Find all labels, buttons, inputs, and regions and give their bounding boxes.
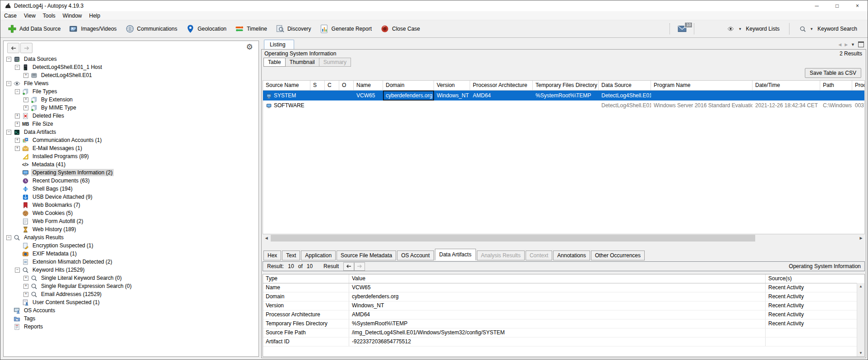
forward-button[interactable] xyxy=(20,43,32,53)
toolbar-timeline[interactable]: Timeline xyxy=(231,22,271,36)
cell-type[interactable]: Artifact ID xyxy=(263,337,349,346)
cell-value[interactable]: Windows_NT xyxy=(349,301,766,310)
expand-icon[interactable]: + xyxy=(15,146,20,151)
messages-button[interactable]: 10 xyxy=(674,23,691,34)
tree-item-shell-bags-194[interactable]: Shell Bags (194) xyxy=(4,185,259,193)
tree-item-usb-device-attached-9[interactable]: USB Device Attached (9) xyxy=(4,193,259,201)
scroll-left-icon[interactable]: ◀ xyxy=(263,234,270,242)
scroll-tabs-left-icon[interactable]: ◀ xyxy=(838,42,841,47)
cell-product[interactable]: 00378 xyxy=(852,100,865,110)
column-header-c[interactable]: C xyxy=(325,81,339,90)
cell-o[interactable] xyxy=(339,91,354,100)
cell-value[interactable]: AMD64 xyxy=(349,310,766,319)
tree-item-user-content-suspected-1[interactable]: User Content Suspected (1) xyxy=(4,298,259,306)
tree-item-exif-metadata-1[interactable]: EXIF Metadata (1) xyxy=(4,250,259,258)
minimize-button[interactable]: ─ xyxy=(807,0,827,11)
collapse-icon[interactable]: − xyxy=(15,89,20,94)
cell-product[interactable] xyxy=(852,91,865,100)
cell-source[interactable] xyxy=(766,337,864,346)
scroll-up-icon[interactable]: ▲ xyxy=(857,283,864,290)
tree-item-by-mime-type[interactable]: +By MIME Type xyxy=(4,104,259,112)
collapse-icon[interactable]: − xyxy=(15,65,20,70)
next-result-button[interactable] xyxy=(354,262,365,271)
expand-icon[interactable]: + xyxy=(23,105,28,110)
cell-type[interactable]: Domain xyxy=(263,292,349,301)
tree-item-keyword-hits-12529[interactable]: −Keyword Hits (12529) xyxy=(4,266,259,274)
toolbar-discovery[interactable]: Discovery xyxy=(271,22,315,36)
cell-s[interactable] xyxy=(310,91,325,100)
tab-os-account[interactable]: OS Account xyxy=(397,251,434,260)
artifact-row-domain[interactable]: Domaincyberdefenders.orgRecent Activity xyxy=(263,292,864,301)
cell-path[interactable]: C:\Windows xyxy=(820,100,852,110)
tree-item-file-views[interactable]: −File Views xyxy=(4,79,259,87)
back-button[interactable] xyxy=(7,43,19,53)
cell-value[interactable]: %SystemRoot%\TEMP xyxy=(349,319,766,328)
artifact-row-artifact-id[interactable]: Artifact ID-9223372036854775512 xyxy=(263,337,864,346)
column-header-type[interactable]: Type xyxy=(263,274,349,283)
tree-item-by-extension[interactable]: +By Extension xyxy=(4,96,259,104)
cell-program[interactable] xyxy=(651,91,753,100)
tree-item-single-regular-expression-search-0[interactable]: +Single Regular Expression Search (0) xyxy=(4,282,259,290)
column-header-domain[interactable]: Domain xyxy=(383,81,434,90)
tree-item-tags[interactable]: Tags xyxy=(4,314,259,323)
expand-icon[interactable]: + xyxy=(23,73,28,78)
maximize-button[interactable]: □ xyxy=(827,0,847,11)
cell-version[interactable]: Windows_NT xyxy=(434,91,470,100)
menu-tools[interactable]: Tools xyxy=(39,12,59,20)
tree-item-web-history-189[interactable]: Web History (189) xyxy=(4,225,259,233)
cell-source[interactable]: Recent Activity xyxy=(766,283,864,292)
cell-type[interactable]: Name xyxy=(263,283,349,292)
tree-item-data-sources[interactable]: −Data Sources xyxy=(4,55,259,63)
previous-result-button[interactable] xyxy=(343,262,354,271)
tab-hex[interactable]: Hex xyxy=(263,251,281,260)
cell-c[interactable] xyxy=(325,91,339,100)
cell-type[interactable]: Source File Path xyxy=(263,328,349,337)
artifact-row-version[interactable]: VersionWindows_NTRecent Activity xyxy=(263,301,864,310)
save-table-csv-button[interactable]: Save Table as CSV xyxy=(805,68,861,78)
cell-value[interactable]: -9223372036854775512 xyxy=(349,337,766,346)
artifact-row-source-file-path[interactable]: Source File Path/img_DetectLog4Shell.E01… xyxy=(263,328,864,337)
close-button[interactable]: × xyxy=(847,0,868,11)
artifact-row-temporary-files-directory[interactable]: Temporary Files Directory%SystemRoot%\TE… xyxy=(263,319,864,328)
tab-listing[interactable]: Listing xyxy=(264,40,294,49)
scroll-right-icon[interactable]: ▶ xyxy=(857,234,865,242)
cell-c[interactable] xyxy=(325,100,339,110)
cell-value[interactable]: VCW65 xyxy=(349,283,766,292)
tree-item-metadata-41[interactable]: </>Metadata (41) xyxy=(4,160,259,169)
column-header-program-name[interactable]: Program Name xyxy=(651,81,753,90)
column-header-path[interactable]: Path xyxy=(820,81,852,90)
vertical-scrollbar[interactable]: ▲ ▼ xyxy=(857,283,864,356)
cell-datetime[interactable] xyxy=(753,91,820,100)
tree-item-file-types[interactable]: −File Types xyxy=(4,87,259,96)
tab-other-occurrences[interactable]: Other Occurrences xyxy=(591,251,645,260)
tab-source-file-metadata[interactable]: Source File Metadata xyxy=(337,251,396,260)
column-header-source-s[interactable]: Source(s) xyxy=(766,274,864,283)
horizontal-scrollbar[interactable]: ◀ ▶ xyxy=(263,234,865,242)
cell-arch[interactable]: AMD64 xyxy=(470,91,533,100)
scrollbar-thumb[interactable] xyxy=(271,235,755,242)
collapse-icon[interactable]: − xyxy=(6,57,11,62)
toolbar-communications[interactable]: Communications xyxy=(121,22,181,36)
toolbar-images-videos[interactable]: Images/Videos xyxy=(65,22,120,36)
menu-case[interactable]: Case xyxy=(0,12,20,20)
tab-text[interactable]: Text xyxy=(282,251,300,260)
expand-icon[interactable]: + xyxy=(23,276,28,281)
cell-type[interactable]: Temporary Files Directory xyxy=(263,319,349,328)
cell-type[interactable]: Version xyxy=(263,301,349,310)
artifact-row-processor-architecture[interactable]: Processor ArchitectureAMD64Recent Activi… xyxy=(263,310,864,319)
tree-item-detectlog4shell-e01-1-host[interactable]: −DetectLog4Shell.E01_1 Host xyxy=(4,63,259,71)
tree-item-e-mail-messages-1[interactable]: +E-Mail Messages (1) xyxy=(4,144,259,152)
toolbar-close-case[interactable]: Close Case xyxy=(376,22,424,36)
table-row-system[interactable]: SYSTEMVCW65cyberdefenders.orgWindows_NTA… xyxy=(263,91,864,100)
cell-data-source[interactable]: DetectLog4Shell.E01 xyxy=(599,100,651,110)
toolbar-generate-report[interactable]: Generate Report xyxy=(315,22,376,36)
cell-source[interactable]: Recent Activity xyxy=(766,319,864,328)
expand-icon[interactable]: + xyxy=(15,114,20,118)
cell-temp[interactable] xyxy=(533,100,599,110)
tree-item-extension-mismatch-detected-2[interactable]: Extension Mismatch Detected (2) xyxy=(4,258,259,266)
cell-source[interactable] xyxy=(766,328,864,337)
tab-list-dropdown-icon[interactable]: ▼ xyxy=(851,42,855,47)
cell-value[interactable]: /img_DetectLog4Shell.E01/Windows/System3… xyxy=(349,328,766,337)
cell-o[interactable] xyxy=(339,100,354,110)
cell-source[interactable]: Recent Activity xyxy=(766,310,864,319)
